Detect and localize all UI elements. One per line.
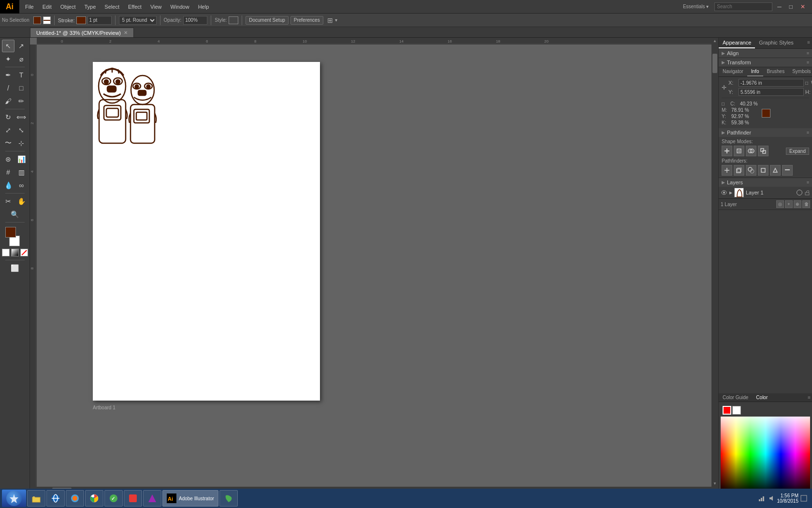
tab-brushes[interactable]: Brushes [763,67,789,76]
taskbar-green-app[interactable]: ✓ [104,490,123,507]
line-tool[interactable]: / [2,82,14,94]
minus-back-btn[interactable] [782,165,793,176]
pen-tool[interactable]: ✒ [2,69,14,81]
stroke-weight-input[interactable] [87,16,112,25]
taskbar-ie[interactable] [46,490,65,507]
align-header[interactable]: ▶ Align ≡ [719,49,812,58]
scroll-down-btn[interactable]: ▼ [712,480,718,487]
panel-menu-btn[interactable]: ≡ [805,38,812,48]
taskbar-illustrator[interactable]: Ai Adobe Illustrator [162,490,218,507]
merge-btn[interactable] [746,165,756,176]
shear-tool[interactable]: ⤡ [15,124,28,136]
scroll-up-btn[interactable]: ▲ [712,38,718,44]
color-menu-btn[interactable]: ≡ [806,393,812,402]
taskbar-firefox[interactable] [66,490,84,507]
pathfinder-header[interactable]: ▶ Pathfinder ≡ [719,128,812,137]
new-layer-btn[interactable]: + [785,200,793,208]
color-tab[interactable]: Color [752,393,771,402]
blend-tool[interactable]: ∞ [15,179,28,192]
artboard[interactable] [93,62,320,401]
show-desktop-icon[interactable] [800,495,807,502]
vertical-scroll-thumb[interactable] [712,54,717,73]
subtract-btn[interactable] [734,146,744,156]
menu-edit[interactable]: Edit [39,3,56,11]
pencil-tool[interactable]: ✏ [15,95,28,107]
menu-view[interactable]: View [146,3,166,11]
layer-1-row[interactable]: ▶ Layer 1 [719,187,812,198]
maximize-btn[interactable]: □ [786,3,796,10]
y-coord-input[interactable]: 5.5596 in [739,88,804,96]
menu-select[interactable]: Select [101,3,123,11]
stroke-weight-swatch[interactable] [76,16,86,24]
tab-symbols[interactable]: Symbols [788,67,812,76]
make-layer-btn[interactable]: ⊕ [794,200,801,208]
magic-wand-tool[interactable]: ✦ [2,53,14,65]
hand-tool[interactable]: ✋ [15,195,28,208]
tab-info[interactable]: Info [747,67,763,76]
rotate-tool[interactable]: ↻ [2,111,14,123]
column-graph-tool[interactable]: 📊 [15,153,28,165]
layers-header[interactable]: ▶ Layers ≡ [719,178,812,187]
layer-visibility-icon[interactable] [721,189,727,196]
color-spectrum[interactable] [721,417,810,492]
tab-close-btn[interactable]: ✕ [124,30,128,35]
artboard-tool[interactable]: ⬜ [9,262,21,274]
divide-btn[interactable] [722,165,732,176]
direct-selection-tool[interactable]: ↗ [15,40,28,52]
menu-window[interactable]: Window [167,3,193,11]
document-setup-button[interactable]: Document Setup [246,16,289,25]
align-expand-btn[interactable]: ≡ [807,51,809,56]
free-transform-tool[interactable]: ⊹ [15,137,28,149]
start-button[interactable] [2,490,26,507]
tab-appearance[interactable]: Appearance [719,38,755,48]
rect-tool[interactable]: □ [15,82,28,94]
expand-button[interactable]: Expand [786,148,809,155]
add-btn[interactable] [722,146,732,156]
transform-header[interactable]: ▶ Transform ≡ [719,58,812,67]
selection-tool[interactable]: ↖ [2,40,14,52]
tab-graphic-styles[interactable]: Graphic Styles [755,38,798,48]
zoom-tool[interactable]: 🔍 [9,208,21,221]
taskbar-purple-app[interactable] [143,490,161,507]
layer-expand-icon[interactable]: ▶ [729,191,732,195]
scale-tool[interactable]: ⤢ [2,124,14,136]
lasso-tool[interactable]: ⌀ [15,53,28,65]
white-mini-box[interactable] [2,249,10,256]
taskbar-red-app[interactable] [124,490,142,507]
menu-object[interactable]: Object [57,3,80,11]
vertical-scrollbar[interactable]: ▲ ▼ [711,38,718,487]
taskbar-explorer[interactable] [27,490,45,507]
reflect-tool[interactable]: ⟺ [15,111,28,123]
arrange-icon[interactable]: ⊞ [327,16,333,24]
none-mini-box[interactable] [20,249,28,256]
crop-btn[interactable] [758,165,768,176]
close-btn[interactable]: ✕ [798,3,808,10]
layers-expand-btn[interactable]: ≡ [807,180,809,185]
exclude-btn[interactable] [758,146,768,156]
intersect-btn[interactable] [746,146,756,156]
minimize-btn[interactable]: ─ [774,3,784,10]
gradient-tool[interactable]: ▥ [15,166,28,179]
transform-expand-btn[interactable]: ≡ [807,60,809,65]
layer-target-icon[interactable] [797,190,802,195]
x-coord-input[interactable]: -1.9676 in [739,79,804,87]
pathfinder-expand-btn[interactable]: ≡ [807,130,809,135]
arrange-dropdown[interactable]: ▾ [335,17,337,23]
preferences-button[interactable]: Preferences [290,16,323,25]
menu-file[interactable]: File [21,3,38,11]
opacity-input[interactable] [183,16,207,25]
white-swatch[interactable] [732,406,741,415]
type-tool[interactable]: T [15,69,28,81]
warp-tool[interactable]: 〜 [2,137,14,149]
style-swatch[interactable] [229,16,238,24]
taskbar-leaf-app[interactable] [219,490,238,507]
fill-color-swatch[interactable] [33,16,41,24]
mesh-tool[interactable]: # [2,166,14,179]
eyedropper-tool[interactable]: 💧 [2,179,14,192]
menu-effect[interactable]: Effect [124,3,145,11]
layer-lock-icon[interactable] [804,190,810,195]
red-indicator[interactable] [723,406,731,415]
stroke-color-swatch[interactable] [43,16,51,24]
paintbrush-tool[interactable]: 🖌 [2,95,14,107]
taskbar-chrome[interactable] [85,490,103,507]
